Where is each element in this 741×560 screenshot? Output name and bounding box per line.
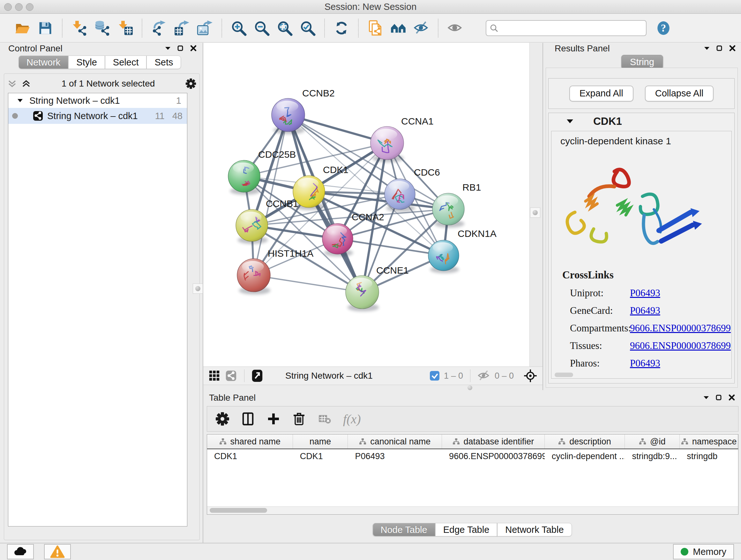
tab-network[interactable]: Network — [18, 56, 68, 69]
warning-status-button[interactable] — [44, 544, 71, 559]
crosslink-link[interactable]: P06493 — [630, 287, 660, 299]
results-scrollbar-stub[interactable] — [555, 373, 573, 377]
tab-string[interactable]: String — [621, 55, 663, 69]
tab-select[interactable]: Select — [105, 56, 147, 69]
hide-selected-eye-slash-icon[interactable] — [413, 19, 430, 37]
network-row-selected[interactable]: String Network – cdk1 11 48 — [8, 108, 187, 124]
table-cell[interactable]: stringdb — [680, 451, 738, 461]
node-ccnb2[interactable]: CCNB2 — [272, 88, 335, 134]
zoom-out-icon[interactable] — [253, 19, 270, 37]
table-options-gear-icon[interactable] — [215, 412, 229, 426]
column-header-database-identifier[interactable]: database identifier — [442, 435, 545, 449]
export-table-icon[interactable] — [173, 19, 191, 37]
tab-edge-table[interactable]: Edge Table — [435, 523, 497, 537]
first-neighbors-icon[interactable] — [390, 19, 407, 37]
table-cell[interactable]: P06493 — [348, 451, 442, 461]
close-panel-icon[interactable] — [190, 45, 197, 52]
scrollbar-thumb[interactable] — [210, 508, 267, 513]
warning-icon — [50, 545, 65, 558]
grid-view-icon[interactable] — [208, 370, 220, 382]
horizontal-splitter[interactable] — [203, 385, 542, 390]
network-canvas[interactable]: CCNB2CCNA1CDC25BCDK1CDC6RB1CCNB1CCNA2CDK… — [203, 43, 530, 367]
tab-network-table[interactable]: Network Table — [497, 523, 571, 537]
open-session-icon[interactable] — [14, 19, 31, 37]
export-network-icon[interactable] — [150, 19, 167, 37]
selected-checkbox-icon[interactable] — [430, 371, 440, 381]
collapse-all-button[interactable]: Collapse All — [645, 85, 714, 102]
zoom-in-icon[interactable] — [230, 19, 247, 37]
import-network-database-icon[interactable] — [93, 19, 111, 37]
cloud-status-button[interactable] — [7, 544, 34, 559]
crosslink-link[interactable]: 9606.ENSP00000378699 — [630, 322, 731, 334]
float-panel-icon[interactable] — [165, 46, 171, 50]
table-cell[interactable]: CDK1 — [293, 451, 348, 461]
node-ccne1[interactable]: CCNE1 — [346, 265, 409, 311]
right-splitter-handle[interactable] — [530, 207, 540, 218]
export-image-icon[interactable] — [196, 19, 213, 37]
column-header-shared-name[interactable]: shared name — [207, 435, 293, 449]
birdseye-crosshair-icon[interactable] — [523, 369, 537, 383]
crosslink-link[interactable]: 9606.ENSP00000378699 — [630, 340, 731, 352]
node-rb1[interactable]: RB1 — [432, 182, 481, 228]
expand-all-button[interactable]: Expand All — [569, 85, 633, 102]
column-header-name[interactable]: name — [293, 435, 348, 449]
maximize-panel-icon[interactable] — [177, 45, 184, 51]
new-network-from-selection-icon[interactable] — [367, 19, 384, 37]
table-header-row: shared namenamecanonical namedatabase id… — [207, 435, 738, 449]
column-header-canonical-name[interactable]: canonical name — [348, 435, 442, 449]
hidden-eye-slash-icon[interactable] — [477, 369, 490, 382]
float-panel-icon[interactable] — [704, 46, 710, 50]
expand-all-chevron-icon[interactable] — [21, 79, 31, 88]
zoom-fit-icon[interactable] — [276, 19, 293, 37]
column-header--id[interactable]: @id — [625, 435, 680, 449]
help-icon[interactable]: ? — [655, 19, 672, 37]
maximize-panel-icon[interactable] — [716, 45, 723, 51]
node-hist1h1a[interactable]: HIST1H1A — [237, 248, 313, 294]
network-view-mode-icon[interactable] — [225, 370, 237, 382]
table-cell[interactable]: cyclin-dependent ... — [545, 451, 625, 461]
crosslink-link[interactable]: P06493 — [630, 358, 660, 369]
show-all-eye-icon[interactable] — [447, 19, 464, 37]
maximize-panel-icon[interactable] — [716, 394, 722, 401]
tab-node-table[interactable]: Node Table — [373, 523, 435, 537]
node-cdkn1a[interactable]: CDKN1A — [428, 228, 496, 273]
entry-expander-icon[interactable] — [566, 119, 574, 124]
detach-view-icon[interactable] — [252, 369, 263, 382]
table-horizontal-scrollbar[interactable] — [207, 506, 738, 514]
toolbar-separator — [221, 19, 222, 37]
tab-style[interactable]: Style — [68, 56, 105, 69]
column-header-namespace[interactable]: namespace — [680, 435, 738, 449]
delete-column-trash-icon[interactable] — [292, 412, 306, 426]
zoom-selected-icon[interactable] — [299, 19, 316, 37]
close-panel-icon[interactable] — [728, 394, 735, 401]
table-cell[interactable]: stringdb:9... — [625, 451, 680, 461]
network-options-gear-icon[interactable] — [185, 78, 196, 89]
node-table[interactable]: shared namenamecanonical namedatabase id… — [207, 434, 738, 515]
title-bar: Session: New Session — [0, 0, 741, 14]
gene-entry-panel: CDK1 cyclin-dependent kinase 1 — [548, 113, 735, 383]
refresh-layout-icon[interactable] — [333, 19, 350, 37]
import-table-file-icon[interactable] — [117, 19, 134, 37]
close-panel-icon[interactable] — [729, 45, 736, 52]
search-box[interactable] — [486, 20, 647, 36]
collapse-all-chevron-icon[interactable] — [7, 79, 17, 88]
search-input[interactable] — [498, 23, 643, 33]
gene-entry-header[interactable]: CDK1 — [549, 113, 734, 130]
show-columns-icon[interactable] — [241, 412, 255, 426]
column-header-description[interactable]: description — [545, 435, 625, 449]
left-splitter-handle[interactable] — [193, 284, 203, 294]
tab-sets[interactable]: Sets — [146, 56, 181, 69]
table-cell[interactable]: 9606.ENSP00000378699 — [442, 451, 545, 461]
memory-button[interactable]: Memory — [673, 544, 734, 559]
crosslink-link[interactable]: P06493 — [630, 305, 660, 316]
import-network-file-icon[interactable] — [71, 19, 88, 37]
table-row[interactable]: CDK1CDK1P064939606.ENSP00000378699cyclin… — [207, 449, 738, 463]
create-column-plus-icon[interactable] — [266, 412, 280, 426]
table-cell[interactable]: CDK1 — [207, 451, 293, 461]
float-panel-icon[interactable] — [703, 395, 709, 399]
network-collection-row[interactable]: String Network – cdk1 1 — [8, 93, 187, 108]
splitter-handle-dot[interactable] — [468, 385, 472, 390]
collection-expander-icon[interactable] — [17, 98, 23, 103]
save-session-icon[interactable] — [37, 19, 54, 37]
node-ccna1[interactable]: CCNA1 — [370, 116, 434, 162]
